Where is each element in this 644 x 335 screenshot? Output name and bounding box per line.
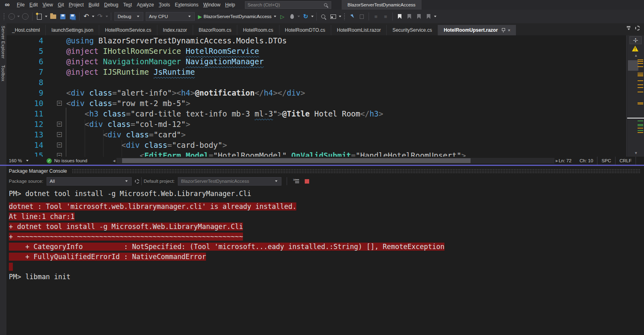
package-source-dropdown[interactable]: All bbox=[47, 177, 132, 186]
tab-HotelRoomService.cs[interactable]: HotelRoomService.cs bbox=[99, 25, 157, 35]
restart-button[interactable]: ↻ bbox=[301, 11, 310, 22]
code-line[interactable]: 10−<div class="row mt-2 mb-5"> bbox=[6, 98, 644, 108]
platform-dropdown[interactable]: Any CPU bbox=[146, 12, 195, 21]
health-indicator[interactable]: ✓ No issues found bbox=[47, 157, 87, 165]
configuration-dropdown[interactable]: Debug bbox=[114, 12, 143, 21]
clear-bookmarks-button[interactable] bbox=[424, 11, 433, 22]
code-line[interactable]: 11 <h3 class="card-title text-info mb-3 … bbox=[6, 108, 644, 119]
line-ending-indicator[interactable]: CRLF bbox=[615, 157, 636, 165]
gear-icon[interactable] bbox=[635, 26, 640, 31]
warning-icon[interactable] bbox=[632, 46, 638, 51]
fold-collapse-icon[interactable]: − bbox=[57, 122, 62, 127]
search-input[interactable] bbox=[248, 2, 324, 7]
fold-collapse-icon[interactable]: − bbox=[57, 153, 62, 157]
next-bookmark-button[interactable] bbox=[414, 11, 423, 22]
column-indicator[interactable]: Ch: 10 bbox=[575, 157, 597, 165]
increase-indent-button[interactable]: ≡ bbox=[381, 11, 390, 22]
code-line[interactable]: 9<div class="alert-info"><h4>@notificati… bbox=[6, 88, 644, 98]
menu-analyze[interactable]: Analyze bbox=[135, 0, 157, 10]
code-line[interactable]: 8 bbox=[6, 77, 644, 88]
restart-dropdown-icon[interactable] bbox=[311, 16, 314, 17]
code-line[interactable]: 14− <div class="card-body"> bbox=[6, 140, 644, 150]
sidebar-tab-toolbox[interactable]: Toolbox bbox=[1, 65, 6, 82]
toolbar-grip-handle[interactable] bbox=[344, 13, 346, 20]
pin-icon[interactable] bbox=[501, 28, 505, 33]
solution-name-badge[interactable]: BlazorServerTestDynamicAccess bbox=[342, 0, 422, 10]
save-button[interactable] bbox=[58, 11, 67, 22]
browse-with-button[interactable] bbox=[329, 11, 338, 22]
undo-button[interactable]: ↶ bbox=[82, 11, 91, 22]
scroll-left-icon[interactable]: ◀ bbox=[112, 159, 116, 163]
menu-debug[interactable]: Debug bbox=[102, 0, 120, 10]
navigate-back-dropdown-icon[interactable] bbox=[17, 16, 20, 17]
previous-bookmark-button[interactable] bbox=[405, 11, 414, 22]
search-box[interactable] bbox=[245, 1, 331, 9]
selection-tool-button[interactable] bbox=[348, 11, 357, 22]
console-output[interactable]: PM> dotnet tool install -g Microsoft.Web… bbox=[6, 186, 644, 282]
hot-reload-dropdown-icon[interactable] bbox=[298, 16, 300, 17]
navigate-back-button[interactable]: ← bbox=[7, 11, 16, 22]
close-icon[interactable]: × bbox=[508, 28, 510, 33]
toolbar-grip-handle[interactable] bbox=[3, 13, 5, 20]
code-line[interactable]: 12− <div class="col-md-12"> bbox=[6, 119, 644, 129]
fold-collapse-icon[interactable]: − bbox=[57, 143, 62, 147]
code-line[interactable]: 13− <div class="card"> bbox=[6, 129, 644, 140]
tab-HotelRoom.cs[interactable]: HotelRoom.cs bbox=[237, 25, 279, 35]
tab-HotelRoomDTO.cs[interactable]: HotelRoomDTO.cs bbox=[279, 25, 331, 35]
tab-Index.razor[interactable]: Index.razor bbox=[157, 25, 193, 35]
decrease-indent-button[interactable]: ≡ bbox=[371, 11, 380, 22]
tab-launchSettings.json[interactable]: launchSettings.json bbox=[46, 25, 99, 35]
toggle-bookmark-button[interactable] bbox=[395, 11, 404, 22]
code-line[interactable]: 4@using BlazorServerTestDynamicAccess.Mo… bbox=[6, 35, 644, 46]
menu-help[interactable]: Help bbox=[223, 0, 238, 10]
tab-HotelRoomUpsert.razor[interactable]: HotelRoomUpsert.razor× bbox=[438, 25, 516, 35]
console-header[interactable]: Package Manager Console bbox=[6, 166, 644, 176]
code-line[interactable]: 15− <EditForm Model="HotelRoomModel" OnV… bbox=[6, 150, 644, 157]
menu-view[interactable]: View bbox=[40, 0, 55, 10]
line-indicator[interactable]: Ln: 72 bbox=[554, 157, 575, 165]
panel-splitter[interactable] bbox=[0, 165, 644, 166]
sidebar-tab-server-explorer[interactable]: Server Explorer bbox=[1, 26, 6, 59]
menu-test[interactable]: Test bbox=[121, 0, 135, 10]
find-in-files-button[interactable] bbox=[319, 11, 328, 22]
open-file-button[interactable] bbox=[49, 11, 57, 22]
tab-HotelRoomList.razor[interactable]: HotelRoomList.razor bbox=[331, 25, 387, 35]
menu-file[interactable]: File bbox=[14, 0, 27, 10]
menu-build[interactable]: Build bbox=[86, 0, 102, 10]
code-editor[interactable]: 4@using BlazorServerTestDynamicAccess.Mo… bbox=[6, 35, 644, 157]
default-project-dropdown[interactable]: BlazorServerTestDynamicAccess bbox=[178, 177, 281, 186]
hot-reload-button[interactable] bbox=[287, 11, 296, 22]
code-line[interactable]: 5@inject IHotelRoomService HotelRoomServ… bbox=[6, 46, 644, 56]
start-without-debugging-button[interactable]: ▷ bbox=[278, 11, 287, 22]
save-all-button[interactable] bbox=[68, 11, 77, 22]
search-icon[interactable] bbox=[324, 3, 327, 6]
start-debugging-button[interactable]: ▶ BlazorServerTestDynamicAccess bbox=[196, 11, 277, 22]
scroll-down-icon[interactable]: ▼ bbox=[633, 151, 639, 155]
undo-dropdown-icon[interactable] bbox=[92, 16, 94, 17]
new-file-button[interactable] bbox=[35, 11, 44, 22]
menu-project[interactable]: Project bbox=[66, 0, 86, 10]
menu-tools[interactable]: Tools bbox=[156, 0, 172, 10]
tab-_Host.cshtml[interactable]: _Host.cshtml bbox=[6, 25, 46, 35]
redo-dropdown-icon[interactable] bbox=[106, 16, 108, 17]
tab-BlazorRoom.cs[interactable]: BlazorRoom.cs bbox=[193, 25, 237, 35]
menu-extensions[interactable]: Extensions bbox=[172, 0, 201, 10]
zoom-control[interactable]: 160 % bbox=[9, 157, 29, 165]
horizontal-scrollbar-thumb[interactable] bbox=[122, 158, 471, 163]
active-files-dropdown-icon[interactable] bbox=[627, 26, 630, 30]
console-drag-handle[interactable] bbox=[72, 169, 640, 174]
browse-with-dropdown-icon[interactable] bbox=[339, 16, 341, 17]
menu-window[interactable]: Window bbox=[201, 0, 223, 10]
menu-git[interactable]: Git bbox=[55, 0, 66, 10]
fold-collapse-icon[interactable]: − bbox=[57, 101, 62, 106]
horizontal-scrollbar-track[interactable] bbox=[116, 158, 554, 163]
attach-button[interactable] bbox=[357, 11, 366, 22]
fold-collapse-icon[interactable]: − bbox=[57, 132, 62, 137]
redo-button[interactable]: ↷ bbox=[96, 11, 104, 22]
code-line[interactable]: 7@inject IJSRuntime JsRuntime bbox=[6, 67, 644, 77]
vertical-scrollbar-thumb[interactable] bbox=[628, 60, 638, 71]
horizontal-scrollbar[interactable]: ◀ ▶ bbox=[112, 158, 559, 163]
tab-SecurityService.cs[interactable]: SecurityService.cs bbox=[387, 25, 438, 35]
editor-split-handle[interactable]: ▲ ▼ bbox=[630, 36, 642, 44]
stop-icon[interactable] bbox=[305, 179, 309, 184]
